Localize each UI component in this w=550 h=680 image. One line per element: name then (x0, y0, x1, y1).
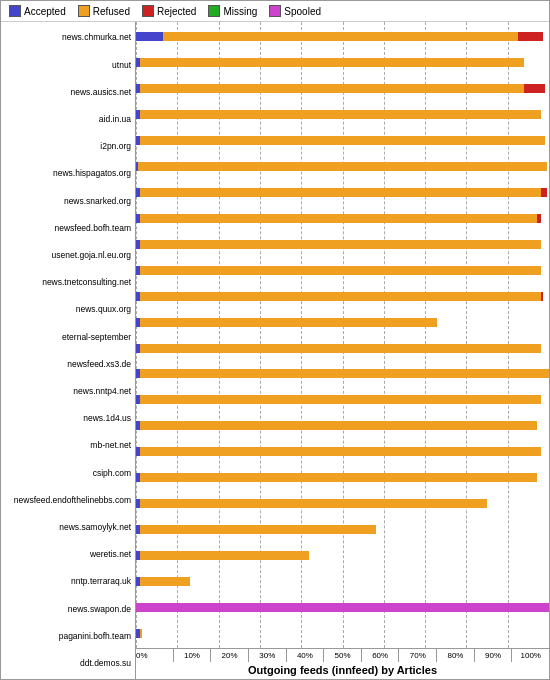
rejected-segment (524, 84, 545, 93)
refused-segment (140, 395, 541, 404)
bar-group: 65515 (136, 266, 549, 275)
y-label: usenet.goja.nl.eu.org (3, 251, 131, 260)
bar-row: 6551983 (136, 50, 549, 76)
bar-row: 612161 (136, 205, 549, 231)
bar-group: 760 (136, 629, 549, 638)
legend-color-box (78, 5, 90, 17)
bar-group: 64837 (136, 188, 549, 197)
bar-row: 8271 (136, 568, 549, 594)
bar-group: 47575 (136, 318, 549, 327)
x-tick: 90% (474, 649, 512, 662)
y-label: news.hispagatos.org (3, 169, 131, 178)
bar-group: 80965 (136, 369, 549, 378)
bar-row: 643423 (136, 128, 549, 154)
bar-group: 62905 (136, 473, 549, 482)
legend-item: Accepted (9, 5, 66, 17)
x-tick: 80% (436, 649, 474, 662)
bar-group: 5596547 (136, 84, 549, 93)
x-tick: 30% (248, 649, 286, 662)
bar-row: 55635 (136, 491, 549, 517)
refused-segment (140, 421, 536, 430)
bar-group: 27714 (136, 551, 549, 560)
y-label: weretis.net (3, 550, 131, 559)
refused-segment (140, 188, 541, 197)
refused-segment (140, 629, 142, 638)
refused-segment (140, 110, 541, 119)
bar-group: 65355 (136, 447, 549, 456)
bar-group: 55635 (136, 499, 549, 508)
bar-row: 655150 (136, 102, 549, 128)
legend-color-box (9, 5, 21, 17)
x-tick: 70% (398, 649, 436, 662)
bar-row: 64515 (136, 283, 549, 309)
legend-label: Accepted (24, 6, 66, 17)
legend-item: Spooled (269, 5, 321, 17)
bar-group: 64515 (136, 292, 549, 301)
bar-group: 64925 (136, 344, 549, 353)
refused-segment (140, 577, 190, 586)
bar-group: 65105 (136, 395, 549, 404)
bar-group: 62266 (136, 240, 549, 249)
rejected-segment (541, 292, 543, 301)
bars-area: 6331295565519835596547655150643423818310… (136, 22, 549, 648)
y-label: news.ausics.net (3, 88, 131, 97)
bar-row: 92600 (136, 594, 549, 620)
y-label: news.snarked.org (3, 197, 131, 206)
bar-group: 64055 (136, 421, 549, 430)
bar-row: 760 (136, 620, 549, 646)
y-label: mb-net.net (3, 441, 131, 450)
bar-row: 47575 (136, 309, 549, 335)
refused-segment (140, 447, 541, 456)
legend-label: Missing (223, 6, 257, 17)
y-label: utnut (3, 61, 131, 70)
y-label: news.chmurka.net (3, 33, 131, 42)
refused-segment (140, 214, 536, 223)
legend-color-box (208, 5, 220, 17)
y-label: aid.in.ua (3, 115, 131, 124)
refused-segment (163, 32, 518, 41)
refused-segment (140, 58, 524, 67)
y-label: news.tnetconsulting.net (3, 278, 131, 287)
x-tick: 10% (173, 649, 211, 662)
bar-group: 92600 (136, 603, 549, 612)
y-label: news.1d4.us (3, 414, 131, 423)
rejected-segment (518, 32, 543, 41)
legend: AcceptedRefusedRejectedMissingSpooled (1, 1, 549, 22)
legend-item: Missing (208, 5, 257, 17)
y-label: csiph.com (3, 469, 131, 478)
bar-row: 64837 (136, 180, 549, 206)
bar-group: 818310 (136, 162, 549, 171)
bar-group: 8271 (136, 577, 549, 586)
legend-item: Refused (78, 5, 130, 17)
bar-row: 64925 (136, 335, 549, 361)
y-label: i2pn.org (3, 142, 131, 151)
rejected-segment (541, 188, 547, 197)
refused-segment (140, 344, 541, 353)
bar-row: 62266 (136, 231, 549, 257)
legend-color-box (269, 5, 281, 17)
bar-group: 63312955 (136, 32, 549, 41)
legend-label: Spooled (284, 6, 321, 17)
bar-row: 818310 (136, 154, 549, 180)
bar-group: 6551983 (136, 58, 549, 67)
bar-group: 612161 (136, 214, 549, 223)
refused-segment (140, 136, 545, 145)
y-label: eternal-september (3, 333, 131, 342)
bar-row: 65355 (136, 439, 549, 465)
bar-group: 643423 (136, 136, 549, 145)
refused-segment (140, 369, 549, 378)
refused-segment (140, 551, 309, 560)
y-label: paganini.bofh.team (3, 632, 131, 641)
refused-segment (140, 525, 375, 534)
y-label: news.swapon.de (3, 605, 131, 614)
x-axis-title: Outgoing feeds (innfeed) by Articles (136, 662, 549, 679)
chart-container: AcceptedRefusedRejectedMissingSpooled ne… (0, 0, 550, 680)
bar-row: 5596547 (136, 76, 549, 102)
bar-row: 27714 (136, 542, 549, 568)
x-tick: 0% (136, 649, 173, 662)
accepted-segment (136, 32, 163, 41)
legend-color-box (142, 5, 154, 17)
y-label: nntp.terraraq.uk (3, 577, 131, 586)
refused-segment (140, 240, 541, 249)
x-tick: 100% (511, 649, 549, 662)
